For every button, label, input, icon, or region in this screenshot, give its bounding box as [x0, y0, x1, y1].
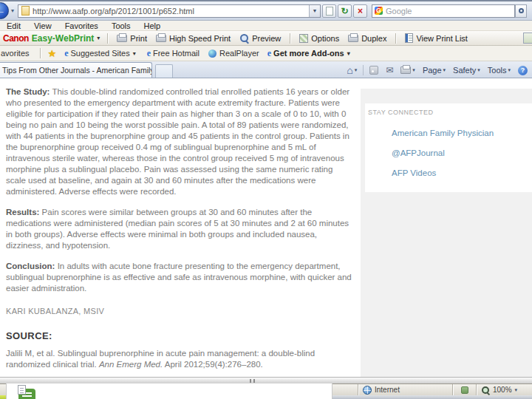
help-button[interactable]: ?: [515, 66, 531, 75]
back-button[interactable]: ←: [0, 2, 9, 19]
browser-window: ← ▾ http://www.aafp.org/afp/2012/1001/p6…: [0, 0, 532, 399]
chevron-down-icon[interactable]: ▾: [97, 35, 100, 41]
refresh-icon: ↻: [341, 6, 348, 16]
print-label: Print: [130, 34, 147, 43]
preview-button[interactable]: Preview: [235, 32, 285, 45]
source-heading: SOURCE:: [6, 330, 353, 341]
favorites-button[interactable]: avorites: [0, 49, 35, 58]
realplayer-link[interactable]: RealPlayer: [202, 49, 262, 58]
stop-button[interactable]: ×: [353, 4, 367, 18]
rss-icon: [369, 66, 378, 75]
suggested-sites-button[interactable]: e Suggested Sites ▾: [59, 48, 141, 59]
toolbar-separator: [290, 33, 290, 44]
get-addons-button[interactable]: e Get more Add-ons ▾: [262, 48, 356, 59]
duplex-label: Duplex: [361, 34, 386, 43]
conclusion-paragraph: Conclusion: In adults with acute bone fr…: [6, 261, 352, 294]
ie-icon: e: [147, 48, 151, 59]
ie-icon: e: [267, 48, 271, 59]
safety-menu-button[interactable]: Safety ▾: [450, 66, 483, 75]
tab-active[interactable]: Tips From Other Journals - American Fami…: [0, 62, 152, 78]
help-icon: ?: [518, 66, 528, 75]
back-arrow-icon: ←: [0, 5, 5, 16]
safety-menu-label: Safety: [453, 66, 476, 75]
menu-bar: Edit View Favorites Tools Help: [0, 21, 532, 31]
document-status-icon: [18, 385, 26, 395]
tools-menu-button[interactable]: Tools ▾: [485, 66, 514, 75]
page-header-strip: [361, 78, 532, 89]
preview-label: Preview: [252, 34, 281, 43]
security-zone: Internet: [358, 384, 452, 395]
preview-icon: [239, 33, 249, 43]
link-afp-journal-twitter[interactable]: @AFPJournal: [392, 149, 532, 157]
stay-connected-heading: STAY CONNECTED: [365, 103, 532, 116]
link-american-family-physician[interactable]: American Family Physician: [392, 129, 532, 137]
home-button[interactable]: ⌂ ▾: [344, 65, 360, 75]
options-icon: [299, 34, 308, 43]
view-print-list-button[interactable]: View Print List: [400, 32, 472, 45]
nav-history-dropdown[interactable]: ▾: [9, 7, 16, 14]
horizontal-scrollbar[interactable]: [0, 377, 532, 383]
scrollbar-grip-icon[interactable]: [250, 379, 255, 383]
easy-webprint-menu[interactable]: Easy-WebPrint: [32, 33, 94, 44]
printer-icon: [117, 35, 127, 42]
google-logo-icon: G: [375, 7, 383, 15]
status-indicator-icon: [461, 386, 468, 394]
page-content: The Study: This double-blind randomized …: [0, 78, 532, 377]
zoom-level[interactable]: 100%: [493, 386, 512, 394]
menu-favorites[interactable]: Favorites: [58, 21, 105, 31]
ie-icon: e: [64, 48, 68, 59]
search-placeholder[interactable]: Google: [386, 7, 412, 16]
zoom-control[interactable]: 100% ▾: [476, 384, 532, 395]
stop-icon: ×: [358, 6, 363, 16]
source-citation: Jalili M, et al. Sublingual buprenorphin…: [6, 348, 352, 370]
search-icon: [519, 8, 524, 13]
get-addons-label: Get more Add-ons: [273, 49, 344, 58]
command-separator: [363, 65, 364, 75]
chevron-down-icon[interactable]: ▾: [515, 387, 518, 393]
page-icon: [21, 6, 30, 16]
print-menu-button[interactable]: ▾: [398, 66, 418, 74]
print-button[interactable]: Print: [112, 32, 151, 45]
search-input[interactable]: G Google: [372, 4, 515, 18]
add-favorite-star-icon[interactable]: ★: [48, 48, 57, 59]
compatibility-view-button[interactable]: [322, 4, 336, 18]
url-text[interactable]: http://www.aafp.org/afp/2012/1001/p652.h…: [33, 7, 309, 16]
citation-journal: Ann Emerg Med.: [99, 360, 163, 369]
study-label: The Study:: [6, 87, 50, 96]
options-label: Options: [311, 34, 339, 43]
canon-logo: Canon: [3, 33, 29, 44]
conclusion-label: Conclusion:: [6, 262, 55, 270]
menu-edit[interactable]: Edit: [0, 21, 27, 31]
printer-icon: [156, 35, 166, 42]
feeds-button[interactable]: [366, 66, 381, 75]
home-icon: ⌂: [347, 65, 352, 75]
tools-menu-label: Tools: [488, 66, 507, 75]
page-menu-label: Page: [423, 66, 442, 75]
realplayer-icon: [208, 50, 216, 58]
search-button[interactable]: [515, 4, 527, 18]
read-mail-button[interactable]: ✉: [383, 65, 396, 75]
options-button[interactable]: Options: [295, 32, 344, 45]
stay-connected-links: American Family Physician @AFPJournal AF…: [392, 129, 532, 177]
menu-view[interactable]: View: [27, 21, 58, 31]
realplayer-label: RealPlayer: [219, 49, 259, 58]
free-hotmail-link[interactable]: e Free Hotmail: [142, 48, 202, 59]
toolbar-overflow-button[interactable]: [523, 33, 532, 44]
chevron-down-icon: ▾: [355, 67, 358, 73]
results-label: Results:: [6, 208, 39, 216]
menu-help[interactable]: Help: [137, 21, 168, 31]
tab-bar: Tips From Other Journals - American Fami…: [0, 61, 532, 78]
article-column: The Study: This double-blind randomized …: [0, 78, 361, 377]
high-speed-print-button[interactable]: High Speed Print: [151, 32, 235, 45]
url-dropdown-icon[interactable]: ▼: [309, 5, 320, 17]
link-afp-videos[interactable]: AFP Videos: [392, 168, 532, 177]
refresh-button[interactable]: ↻: [338, 4, 352, 18]
page-menu-button[interactable]: Page ▾: [420, 66, 449, 75]
command-bar: ⌂ ▾ ✉ ▾ Page ▾ Safety ▾ Tools ▾ ?: [344, 65, 532, 78]
menu-tools[interactable]: Tools: [105, 21, 137, 31]
new-tab-button[interactable]: [155, 64, 173, 78]
duplex-button[interactable]: Duplex: [344, 32, 391, 45]
canon-toolbar: Canon Easy-WebPrint ▾ Print High Speed P…: [0, 31, 532, 46]
zone-label: Internet: [375, 386, 400, 394]
url-field[interactable]: http://www.aafp.org/afp/2012/1001/p652.h…: [18, 4, 321, 18]
